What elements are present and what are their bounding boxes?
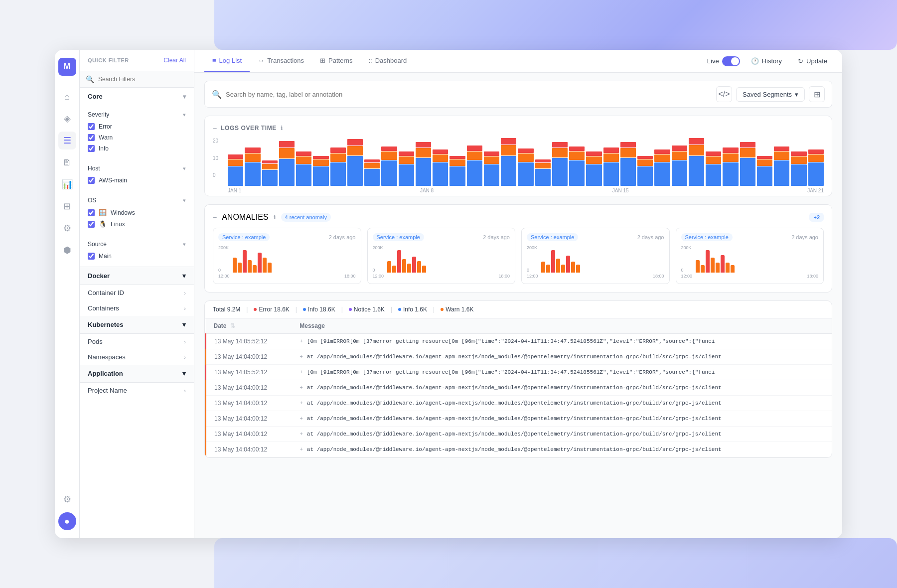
date-sort-icon[interactable]: ⇅ <box>230 322 235 329</box>
nav-fingerprint-icon[interactable]: ◈ <box>58 110 76 128</box>
log-message-cell: +at /app/node_modules/@middleware.io/age… <box>292 380 832 396</box>
code-button[interactable]: </> <box>716 86 732 102</box>
table-row[interactable]: 13 May 14:04:00:12 +at /app/node_modules… <box>206 427 832 442</box>
bar-group <box>791 151 806 186</box>
anomaly-plus-badge[interactable]: +2 <box>809 213 824 222</box>
bar-group <box>654 149 670 186</box>
filter-options-button[interactable]: ⊞ <box>809 86 825 102</box>
core-section-header[interactable]: Core ▾ <box>80 88 194 105</box>
expand-button[interactable]: + <box>299 338 303 344</box>
expand-button[interactable]: + <box>299 385 303 391</box>
bar-orange <box>757 159 772 166</box>
app-logo[interactable]: M <box>58 58 76 76</box>
mini-y-max: 200K <box>527 245 537 250</box>
table-row[interactable]: 13 May 14:04:00:12 +at /app/node_modules… <box>206 349 832 365</box>
error-checkbox[interactable] <box>88 123 95 130</box>
severity-warn-item[interactable]: Warn <box>88 132 186 143</box>
bar-group <box>518 148 533 186</box>
nav-integration-icon[interactable]: ⬢ <box>58 241 76 259</box>
linux-checkbox[interactable] <box>88 221 95 228</box>
main-source-checkbox[interactable] <box>88 253 95 260</box>
windows-item[interactable]: 🪟 Windows <box>88 207 186 218</box>
nav-settings-icon[interactable]: ⚙ <box>58 490 76 508</box>
severity-group-header[interactable]: Severity ▾ <box>88 108 186 121</box>
container-id-item[interactable]: Container ID › <box>80 285 194 300</box>
x-label-jan21: JAN 21 <box>807 188 824 193</box>
tab-patterns[interactable]: ⊞ Patterns <box>312 50 360 72</box>
expand-button[interactable]: + <box>299 369 303 375</box>
table-row[interactable]: 13 May 14:05:52:12 +[0m [91mERROR[0m [37… <box>206 365 832 380</box>
expand-button[interactable]: + <box>299 416 303 422</box>
table-row[interactable]: 13 May 14:04:00:12 +at /app/node_modules… <box>206 380 832 396</box>
expand-button[interactable]: + <box>299 446 303 452</box>
anomaly-card-header: Service : example 2 days ago <box>527 233 664 241</box>
anomalies-info-icon[interactable]: ℹ <box>274 214 276 221</box>
pods-item[interactable]: Pods › <box>80 334 194 349</box>
application-section-header[interactable]: Application ▾ <box>80 365 194 383</box>
bar-orange <box>245 153 260 162</box>
source-group-header[interactable]: Source ▾ <box>88 238 186 251</box>
bar-red <box>569 147 585 151</box>
logs-chart-collapse-button[interactable]: − <box>213 124 217 132</box>
mini-x-label-2: 18:00 <box>653 274 664 279</box>
log-message-cell: +[0m [91mERROR[0m [37merror getting reso… <box>292 365 832 380</box>
anomaly-card[interactable]: Service : example 2 days ago 200K 0 12:0… <box>521 228 670 284</box>
logs-chart-info-icon[interactable]: ℹ <box>281 125 283 132</box>
kubernetes-chevron-icon: ▾ <box>182 321 186 328</box>
nav-activity-icon[interactable]: 📊 <box>58 175 76 193</box>
kubernetes-section-header[interactable]: Kubernetes ▾ <box>80 316 194 334</box>
expand-button[interactable]: + <box>299 431 303 437</box>
info-checkbox[interactable] <box>88 145 95 152</box>
os-group-header[interactable]: OS ▾ <box>88 194 186 207</box>
update-button[interactable]: ↻ Update <box>793 54 832 68</box>
table-row[interactable]: 13 May 14:04:00:12 +at /app/node_modules… <box>206 396 832 411</box>
tab-transactions[interactable]: ↔ Transactions <box>250 50 312 72</box>
namespaces-item[interactable]: Namespaces › <box>80 349 194 365</box>
mini-chart-row: 200K 0 <box>218 245 356 273</box>
tab-log-list[interactable]: ≡ Log List <box>204 50 250 72</box>
mini-chart <box>387 245 426 273</box>
host-chevron-icon: ▾ <box>183 165 186 172</box>
aws-main-checkbox[interactable] <box>88 177 95 184</box>
nav-grid-icon[interactable]: ⊞ <box>58 197 76 215</box>
anomaly-card[interactable]: Service : example 2 days ago 200K 0 12:0… <box>213 228 361 284</box>
host-group-header[interactable]: Host ▾ <box>88 162 186 175</box>
live-toggle[interactable] <box>722 56 740 66</box>
table-row[interactable]: 13 May 14:04:00:12 +at /app/node_modules… <box>206 411 832 427</box>
table-row[interactable]: 13 May 14:04:00:12 +at /app/node_modules… <box>206 442 832 457</box>
containers-item[interactable]: Containers › <box>80 300 194 316</box>
saved-segments-button[interactable]: Saved Segments ▾ <box>736 87 805 102</box>
nav-file-icon[interactable]: 🗎 <box>58 153 76 171</box>
project-name-item[interactable]: Project Name › <box>80 383 194 398</box>
linux-item[interactable]: 🐧 Linux <box>88 218 186 230</box>
windows-checkbox[interactable] <box>88 209 95 216</box>
source-chevron-icon: ▾ <box>183 241 186 248</box>
expand-button[interactable]: + <box>299 400 303 406</box>
nav-list-icon[interactable]: ☰ <box>58 132 76 149</box>
bar-blue <box>791 164 806 186</box>
docker-section-header[interactable]: Docker ▾ <box>80 267 194 285</box>
nav-bot-icon[interactable]: ⚙ <box>58 219 76 237</box>
filter-search-input[interactable] <box>98 76 188 83</box>
table-row[interactable]: 13 May 14:05:52:12 +[0m [91mERROR[0m [37… <box>206 334 832 349</box>
severity-error-item[interactable]: Error <box>88 121 186 132</box>
warn-checkbox[interactable] <box>88 134 95 141</box>
main-source-item[interactable]: Main <box>88 251 186 262</box>
history-button[interactable]: 🕐 History <box>746 54 787 68</box>
tab-dashboard[interactable]: :: Dashboard <box>361 50 415 72</box>
bar-orange <box>774 151 789 160</box>
nav-user-icon[interactable]: ● <box>58 512 76 530</box>
bar-red <box>399 151 414 156</box>
mini-y-max: 200K <box>681 245 692 250</box>
anomaly-card[interactable]: Service : example 2 days ago 200K 0 12:0… <box>676 228 824 284</box>
clear-all-button[interactable]: Clear All <box>163 57 186 64</box>
update-icon: ↻ <box>798 57 803 65</box>
main-search-input[interactable] <box>226 91 712 98</box>
nav-home-icon[interactable]: ⌂ <box>58 88 76 106</box>
aws-main-item[interactable]: AWS-main <box>88 175 186 186</box>
anomaly-badge[interactable]: 4 recent anomaly <box>281 213 331 222</box>
anomaly-card[interactable]: Service : example 2 days ago 200K 0 12:0… <box>367 228 516 284</box>
anomalies-collapse-button[interactable]: − <box>213 213 217 221</box>
expand-button[interactable]: + <box>299 354 303 360</box>
severity-info-item[interactable]: Info <box>88 143 186 154</box>
